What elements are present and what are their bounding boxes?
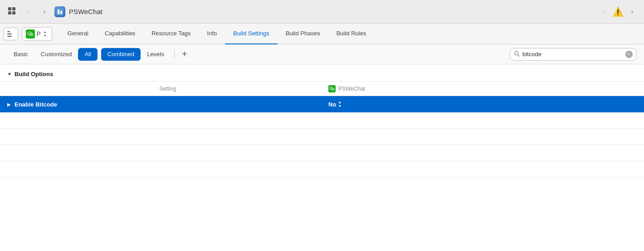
project-title: PSWeChat <box>69 8 102 15</box>
empty-rows <box>0 112 644 178</box>
value-stepper-up[interactable]: ▲ <box>338 101 342 104</box>
back-button[interactable]: ‹ <box>22 5 34 18</box>
chevron-left-icon-right: ‹ <box>602 8 604 16</box>
grid-icon <box>7 6 16 17</box>
svg-rect-1 <box>12 7 15 10</box>
section-title: Build Options <box>15 71 53 77</box>
svg-rect-5 <box>58 10 59 14</box>
wechat-tab-icon <box>26 29 35 39</box>
svg-rect-0 <box>8 7 11 10</box>
project-icon <box>54 6 65 17</box>
svg-point-20 <box>333 89 334 89</box>
sidebar-toggle-icon <box>7 31 15 37</box>
filter-basic-button[interactable]: Basic <box>7 48 34 61</box>
svg-rect-4 <box>56 8 63 15</box>
title-bar-left: ‹ › PSWeChat <box>5 5 102 18</box>
stepper-up[interactable]: ▲ <box>44 30 48 34</box>
tab-info[interactable]: Info <box>199 24 225 44</box>
row-value-enable-bitcode: No ▲ ▼ <box>328 101 637 108</box>
filter-combined-button[interactable]: Combined <box>101 48 141 61</box>
svg-rect-3 <box>12 11 15 14</box>
title-bar-right: ‹ ⚠️ › <box>597 5 639 18</box>
search-container: × <box>510 48 637 61</box>
value-stepper[interactable]: ▲ ▼ <box>338 101 342 108</box>
svg-point-11 <box>31 34 31 34</box>
forward-button[interactable]: › <box>38 5 51 18</box>
filter-levels-button[interactable]: Levels <box>141 48 171 61</box>
tab-build-rules[interactable]: Build Rules <box>328 24 375 44</box>
row-expand-icon[interactable]: ▶ <box>7 102 11 107</box>
title-bar: ‹ › PSWeChat ‹ ⚠️ › <box>0 0 644 24</box>
tab-bar: P ▲ ▼ General Capabilities Resource Tags… <box>0 24 644 44</box>
search-icon <box>514 51 520 58</box>
col-wechat-icon <box>328 85 336 92</box>
stepper-down[interactable]: ▼ <box>44 34 48 38</box>
content-area: ▼ Build Options Setting PSWeChat ▶ Ena <box>0 64 644 251</box>
project-tab[interactable]: P ▲ ▼ <box>22 27 52 41</box>
svg-rect-2 <box>8 11 11 14</box>
tab-build-settings[interactable]: Build Settings <box>225 24 278 44</box>
project-stepper[interactable]: ▲ ▼ <box>44 30 48 38</box>
section-header-build-options: ▼ Build Options <box>0 64 644 82</box>
empty-row <box>0 161 644 178</box>
col-value-header: PSWeChat <box>328 85 637 92</box>
empty-row <box>0 112 644 129</box>
project-tab-label: P <box>37 30 41 37</box>
collapse-icon[interactable]: ▼ <box>7 72 12 77</box>
back-button-right[interactable]: ‹ <box>597 5 610 18</box>
sidebar-toggle-button[interactable] <box>4 28 18 40</box>
chevron-left-icon: ‹ <box>27 8 29 16</box>
svg-point-16 <box>330 88 331 88</box>
grid-view-button[interactable] <box>5 5 18 18</box>
col-setting-header: Setting <box>7 86 328 92</box>
search-input[interactable] <box>522 51 623 58</box>
svg-rect-6 <box>60 11 62 14</box>
tab-build-phases[interactable]: Build Phases <box>278 24 328 44</box>
table-header: Setting PSWeChat <box>0 82 644 96</box>
tab-capabilities[interactable]: Capabilities <box>97 24 143 44</box>
tab-resource-tags[interactable]: Resource Tags <box>143 24 199 44</box>
svg-line-14 <box>518 54 520 56</box>
svg-point-12 <box>32 34 32 34</box>
chevron-right-icon: › <box>43 8 45 16</box>
filter-bar: Basic Customized All Combined Levels + × <box>0 44 644 64</box>
search-clear-button[interactable]: × <box>625 51 633 58</box>
chevron-right-icon-right: › <box>631 8 633 16</box>
svg-point-8 <box>29 33 29 34</box>
tab-general[interactable]: General <box>59 24 97 44</box>
svg-point-19 <box>332 89 333 89</box>
table-row-enable-bitcode[interactable]: ▶ Enable Bitcode No ▲ ▼ <box>0 96 644 112</box>
filter-all-button[interactable]: All <box>78 48 97 61</box>
value-stepper-down[interactable]: ▼ <box>338 105 342 108</box>
forward-button-right[interactable]: › <box>626 5 639 18</box>
add-filter-button[interactable]: + <box>178 48 191 61</box>
filter-customized-button[interactable]: Customized <box>34 48 78 61</box>
empty-row <box>0 129 644 145</box>
warning-icon: ⚠️ <box>611 5 624 18</box>
filter-divider <box>174 50 175 59</box>
empty-row <box>0 145 644 161</box>
